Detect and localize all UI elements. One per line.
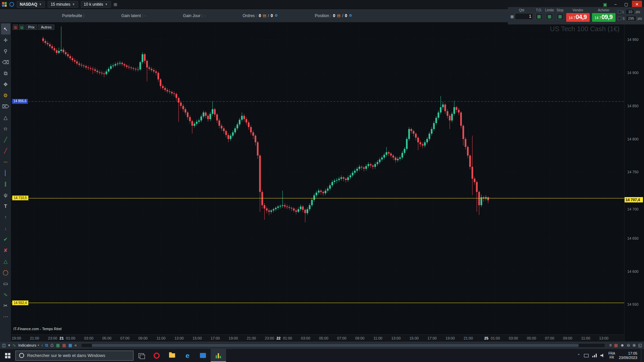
orders-gear-icon[interactable]: ⚙ bbox=[275, 13, 278, 18]
network-icon[interactable] bbox=[592, 354, 597, 357]
chart-layers-icon[interactable]: ▤ bbox=[19, 24, 24, 30]
delete-icon[interactable]: ⌦ bbox=[1, 101, 10, 112]
arrow-up-icon[interactable]: ↑ bbox=[1, 212, 10, 223]
chart-options-icon[interactable]: ⊞ bbox=[114, 2, 117, 7]
ruler-icon[interactable]: △ bbox=[1, 112, 10, 123]
crosshair-icon[interactable]: ✛ bbox=[1, 35, 10, 46]
print-icon[interactable]: ⎙ bbox=[50, 343, 54, 348]
time-axis-label: 23:00 bbox=[265, 336, 274, 340]
select-cursor-icon[interactable]: ↖ bbox=[1, 23, 10, 35]
taskbar-app-trading-active[interactable] bbox=[211, 349, 226, 362]
profile-icon[interactable]: ☻ bbox=[620, 343, 625, 348]
vertical-line-icon[interactable]: │ bbox=[1, 167, 10, 178]
chart-scrollbar[interactable] bbox=[81, 343, 605, 348]
price-axis[interactable]: 14 95014 90014 85014 80014 75014 70014 6… bbox=[624, 22, 644, 341]
show-desktop-strip[interactable] bbox=[641, 349, 643, 362]
horizontal-line-icon[interactable]: ─ bbox=[1, 156, 10, 167]
taskbar-app-store[interactable] bbox=[195, 349, 211, 362]
taskbar-search[interactable]: Rechercher sur le web et dans Windows bbox=[15, 351, 133, 361]
device-icon[interactable] bbox=[584, 354, 589, 357]
settings-wrench-icon[interactable]: ⚙ bbox=[1, 90, 10, 101]
tab-autres[interactable]: Autres bbox=[38, 24, 54, 30]
zoom-in-icon[interactable]: ⊕ bbox=[633, 343, 636, 348]
plugin-icon[interactable]: ▣ bbox=[603, 2, 607, 7]
text-tool-icon[interactable]: T bbox=[1, 200, 10, 212]
time-axis-label: 19:00 bbox=[229, 336, 238, 340]
taskbar-app-edge[interactable]: e bbox=[180, 349, 195, 362]
stop-pts-value[interactable]: 295 bbox=[626, 16, 636, 21]
auto-scroll-icon[interactable]: ≡ bbox=[609, 343, 612, 348]
taskbar-clock[interactable]: 17:05 23/09/2023 bbox=[619, 351, 637, 360]
start-button[interactable] bbox=[0, 349, 15, 362]
rectangle-shape-icon[interactable]: ▭ bbox=[1, 278, 10, 289]
timeframe-dropdown[interactable]: 15 minutes ▼ bbox=[48, 1, 78, 8]
language-indicator[interactable]: FRA FR bbox=[608, 352, 615, 360]
cross-icon[interactable]: ✘ bbox=[1, 245, 10, 256]
zoom-out-icon[interactable]: ⊖ bbox=[627, 343, 630, 348]
buy-button[interactable]: 14 7 09,9 bbox=[592, 13, 615, 22]
price-line-tag[interactable]: 14 710,5 bbox=[12, 195, 29, 200]
position-gear-icon[interactable]: ⚙ bbox=[349, 13, 352, 18]
chart-style-icon[interactable]: ◫ bbox=[2, 343, 6, 348]
fullscreen-icon[interactable]: ◱ bbox=[638, 343, 642, 348]
calculator-icon[interactable]: ▦ bbox=[511, 14, 514, 19]
orders-list-icon[interactable]: ▤ bbox=[263, 13, 266, 18]
to-order-button[interactable]: ▦ bbox=[535, 13, 543, 20]
ellipse-shape-icon[interactable]: ◯ bbox=[1, 267, 10, 278]
pitchfork-icon[interactable]: ψ bbox=[1, 189, 10, 200]
scroll-left-icon[interactable]: « bbox=[74, 343, 77, 348]
calendar-icon[interactable]: ▦ bbox=[614, 343, 618, 348]
order-panel: Qté ▦ T.O. ▦ Limite ▦ Stop ▦ Vendre 14 7… bbox=[508, 7, 644, 24]
candlestick-chart[interactable] bbox=[11, 22, 624, 335]
price-line-tag[interactable]: 14 856,6 bbox=[12, 99, 28, 104]
stop-order-button[interactable]: ▦ bbox=[556, 13, 564, 20]
indicator-wave-icon[interactable]: ∿ bbox=[12, 343, 16, 348]
language-line1: FRA bbox=[608, 352, 615, 356]
pages-icon[interactable]: ⧉ bbox=[45, 343, 48, 348]
grid-green-icon[interactable]: ▦ bbox=[56, 343, 60, 348]
taskbar-app-explorer[interactable] bbox=[164, 349, 180, 362]
instrument-dropdown[interactable]: NASDAQ ▼ bbox=[17, 1, 45, 8]
price-line-tag[interactable]: 14 552,4 bbox=[12, 300, 29, 305]
more-tools-icon[interactable]: ⋯ bbox=[1, 311, 10, 322]
limit-order-button[interactable]: ▦ bbox=[546, 13, 553, 20]
task-view-button[interactable] bbox=[133, 349, 149, 362]
chart-settings-icon[interactable]: ▥ bbox=[13, 24, 18, 30]
eraser-icon[interactable]: ⌫ bbox=[1, 57, 10, 68]
arrow-down-icon[interactable]: ↓ bbox=[1, 223, 10, 234]
tray-chevron-up-icon[interactable]: ⌃ bbox=[577, 353, 580, 358]
trendline-icon[interactable]: ╱ bbox=[1, 134, 10, 145]
trendline-red-icon[interactable]: ╱ bbox=[1, 145, 10, 156]
sell-button[interactable]: 14 7 04,9 bbox=[566, 13, 590, 22]
duplicate-icon[interactable]: ⧉ bbox=[1, 68, 10, 79]
volume-icon[interactable] bbox=[600, 354, 605, 358]
scrollbar-thumb[interactable] bbox=[92, 344, 579, 347]
move-icon[interactable]: ✥ bbox=[1, 79, 10, 90]
parallel-lines-icon[interactable]: ∥ bbox=[1, 178, 10, 189]
limit-pts-value[interactable]: 10 bbox=[626, 9, 634, 14]
triangle-shape-icon[interactable]: △ bbox=[1, 256, 10, 267]
quantity-input[interactable] bbox=[515, 13, 533, 20]
grid-red-icon[interactable]: ▦ bbox=[62, 343, 66, 348]
time-axis-label: 17:00 bbox=[211, 336, 220, 340]
zoom-tool-icon[interactable]: ⚲ bbox=[1, 46, 10, 57]
stop-checkbox[interactable] bbox=[618, 17, 621, 20]
position-list-icon[interactable]: ▤ bbox=[337, 13, 340, 18]
zigzag-icon[interactable]: ∿ bbox=[1, 289, 10, 300]
grid-blue-icon[interactable]: ▦ bbox=[68, 343, 72, 348]
check-icon[interactable]: ✔ bbox=[1, 234, 10, 245]
cut-icon[interactable]: ✂ bbox=[1, 300, 10, 311]
limit-checkbox[interactable] bbox=[618, 10, 621, 13]
chart-area[interactable]: ▥ ▤ Prix Autres US Tech 100 Cash (1€) IT… bbox=[11, 22, 624, 341]
units-dropdown[interactable]: 10 k unités ▼ bbox=[81, 1, 111, 8]
portfolio-item: Portefeuille : bbox=[62, 13, 85, 18]
tab-prix[interactable]: Prix bbox=[25, 24, 37, 30]
dropdown-arrow-icon[interactable]: ▾ bbox=[8, 343, 10, 348]
alarm-icon[interactable]: ⍾ bbox=[1, 123, 10, 134]
indicators-dropdown[interactable]: Indicateurs ▾ bbox=[18, 343, 39, 347]
price-axis-label: 14 900 bbox=[627, 71, 639, 75]
share-icon[interactable]: ‹ bbox=[42, 343, 43, 348]
time-axis[interactable]: 19:0021:0023:002101:0003:0005:0007:0009:… bbox=[11, 335, 624, 341]
time-axis-day-label: 21 bbox=[60, 336, 64, 340]
taskbar-app-opera[interactable] bbox=[149, 349, 164, 362]
